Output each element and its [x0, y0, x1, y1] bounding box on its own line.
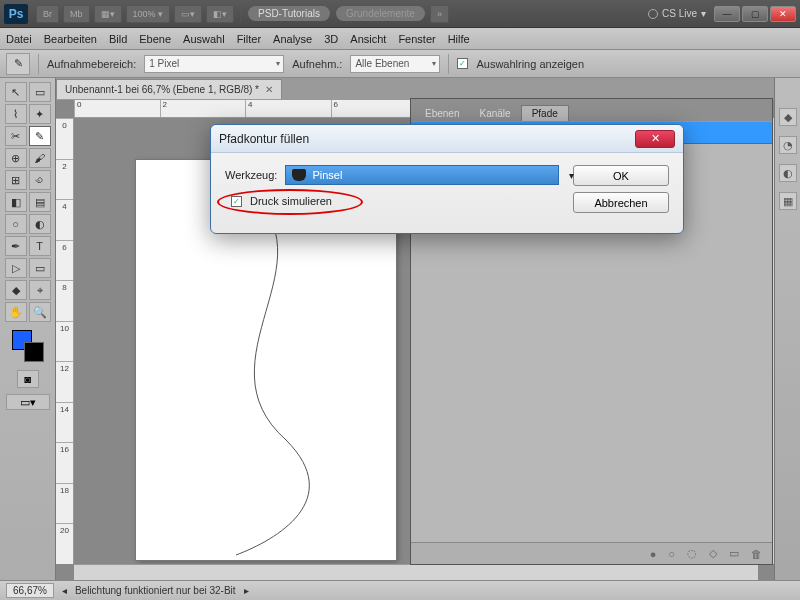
dodge-tool[interactable]: ◐ [29, 214, 51, 234]
screenmode-button[interactable]: ▦▾ [94, 5, 122, 23]
ok-button[interactable]: OK [573, 165, 669, 186]
stroke-path-icon[interactable]: ○ [668, 548, 675, 560]
workspace-psdtutorials[interactable]: PSD-Tutorials [248, 6, 330, 21]
workspace-grundelemente[interactable]: Grundelemente [336, 6, 425, 21]
dialog-close-button[interactable]: ✕ [635, 130, 675, 148]
menu-hilfe[interactable]: Hilfe [448, 33, 470, 45]
move-tool[interactable]: ↖ [5, 82, 27, 102]
document-tabbar: Unbenannt-1 bei 66,7% (Ebene 1, RGB/8) *… [56, 78, 774, 100]
menubar: Datei Bearbeiten Bild Ebene Auswahl Filt… [0, 28, 800, 50]
screenmode-toolbox[interactable]: ▭▾ [6, 394, 50, 410]
stamp-tool[interactable]: ⊞ [5, 170, 27, 190]
toolbox: ↖▭ ⌇✦ ✂✎ ⊕🖌 ⊞꩜ ◧▤ ○◐ ✒T ▷▭ ◆⌖ ✋🔍 ◙ ▭▾ [0, 78, 56, 580]
dialog-titlebar[interactable]: Pfadkontur füllen ✕ [211, 125, 683, 153]
scrollbar-horizontal[interactable] [74, 564, 758, 580]
menu-analyse[interactable]: Analyse [273, 33, 312, 45]
tab-pfade[interactable]: Pfade [521, 105, 569, 121]
optlabel-aufnehm: Aufnehm.: [292, 58, 342, 70]
ruler-vertical: 02468101214161820 [56, 118, 74, 564]
right-dock: ◆ ◔ ◐ ▦ [774, 78, 800, 580]
brush-tool[interactable]: 🖌 [29, 148, 51, 168]
hand-tool[interactable]: ✋ [5, 302, 27, 322]
sample-layers-combo[interactable]: Alle Ebenen [350, 55, 440, 73]
status-zoom[interactable]: 66,67% [6, 583, 54, 598]
color-swatches[interactable] [12, 330, 44, 362]
wand-tool[interactable]: ✦ [29, 104, 51, 124]
close-tab-icon[interactable]: ✕ [265, 84, 273, 95]
arrange-button[interactable]: ▭▾ [174, 5, 202, 23]
fill-path-icon[interactable]: ● [650, 548, 657, 560]
statusbar: 66,67% ◂ Belichtung funktioniert nur bei… [0, 580, 800, 600]
proof-button[interactable]: ◧▾ [206, 5, 234, 23]
menu-ebene[interactable]: Ebene [139, 33, 171, 45]
path-select-tool[interactable]: ▷ [5, 258, 27, 278]
brush-icon [292, 169, 306, 181]
samplering-label: Auswahlring anzeigen [476, 58, 584, 70]
eraser-tool[interactable]: ◧ [5, 192, 27, 212]
simulate-pressure-label: Druck simulieren [250, 195, 332, 207]
window-close[interactable]: ✕ [770, 6, 796, 22]
status-message: Belichtung funktioniert nur bei 32-Bit [75, 585, 236, 596]
menu-fenster[interactable]: Fenster [398, 33, 435, 45]
adjustments-panel-icon[interactable]: ◐ [779, 164, 797, 182]
menu-auswahl[interactable]: Auswahl [183, 33, 225, 45]
document-tab[interactable]: Unbenannt-1 bei 66,7% (Ebene 1, RGB/8) *… [56, 79, 282, 99]
load-selection-icon[interactable]: ◌ [687, 547, 697, 560]
blur-tool[interactable]: ○ [5, 214, 27, 234]
menu-bearbeiten[interactable]: Bearbeiten [44, 33, 97, 45]
pen-tool[interactable]: ✒ [5, 236, 27, 256]
cancel-button[interactable]: Abbrechen [573, 192, 669, 213]
app-logo: Ps [4, 4, 28, 24]
menu-datei[interactable]: Datei [6, 33, 32, 45]
simulate-pressure-checkbox[interactable]: ✓ [231, 196, 242, 207]
color-panel-icon[interactable]: ◔ [779, 136, 797, 154]
dialog-title: Pfadkontur füllen [219, 132, 309, 146]
menu-ansicht[interactable]: Ansicht [350, 33, 386, 45]
swatches-panel-icon[interactable]: ◆ [779, 108, 797, 126]
make-workpath-icon[interactable]: ◇ [709, 547, 717, 560]
heal-tool[interactable]: ⊕ [5, 148, 27, 168]
new-path-icon[interactable]: ▭ [729, 547, 739, 560]
window-maximize[interactable]: ▢ [742, 6, 768, 22]
styles-panel-icon[interactable]: ▦ [779, 192, 797, 210]
optlabel-aufnahmebereich: Aufnahmebereich: [47, 58, 136, 70]
tab-ebenen[interactable]: Ebenen [415, 106, 469, 121]
menu-bild[interactable]: Bild [109, 33, 127, 45]
type-tool[interactable]: T [29, 236, 51, 256]
delete-path-icon[interactable]: 🗑 [751, 548, 762, 560]
tool-combo[interactable]: Pinsel [285, 165, 559, 185]
eyedropper-icon[interactable]: ✎ [6, 53, 30, 75]
status-arrow-right-icon[interactable]: ▸ [244, 585, 249, 596]
shape-tool[interactable]: ▭ [29, 258, 51, 278]
window-minimize[interactable]: — [714, 6, 740, 22]
bridge-button[interactable]: Br [36, 5, 59, 23]
status-arrow-left-icon[interactable]: ◂ [62, 585, 67, 596]
crop-tool[interactable]: ✂ [5, 126, 27, 146]
history-brush-tool[interactable]: ꩜ [29, 170, 51, 190]
lasso-tool[interactable]: ⌇ [5, 104, 27, 124]
options-bar: ✎ Aufnahmebereich: 1 Pixel Aufnehm.: All… [0, 50, 800, 78]
quickmask-button[interactable]: ◙ [17, 370, 39, 388]
menu-filter[interactable]: Filter [237, 33, 261, 45]
titlebar: Ps Br Mb ▦▾ 100% ▾ ▭▾ ◧▾ PSD-Tutorials G… [0, 0, 800, 28]
3dcamera-tool[interactable]: ⌖ [29, 280, 51, 300]
panel-footer: ● ○ ◌ ◇ ▭ 🗑 [411, 542, 772, 564]
tool-label: Werkzeug: [225, 169, 277, 181]
samplering-checkbox[interactable]: ✓ [457, 58, 468, 69]
zoom-button[interactable]: 100% ▾ [126, 5, 171, 23]
eyedropper-tool[interactable]: ✎ [29, 126, 51, 146]
workspace-more[interactable]: » [430, 5, 449, 23]
tab-kanaele[interactable]: Kanäle [469, 106, 520, 121]
gradient-tool[interactable]: ▤ [29, 192, 51, 212]
sample-size-combo[interactable]: 1 Pixel [144, 55, 284, 73]
3d-tool[interactable]: ◆ [5, 280, 27, 300]
zoom-tool[interactable]: 🔍 [29, 302, 51, 322]
stroke-path-dialog: Pfadkontur füllen ✕ Werkzeug: Pinsel ✓ D… [210, 124, 684, 234]
marquee-tool[interactable]: ▭ [29, 82, 51, 102]
minibridge-button[interactable]: Mb [63, 5, 90, 23]
cslive[interactable]: CS Live▾ [648, 8, 706, 19]
menu-3d[interactable]: 3D [324, 33, 338, 45]
background-swatch[interactable] [24, 342, 44, 362]
